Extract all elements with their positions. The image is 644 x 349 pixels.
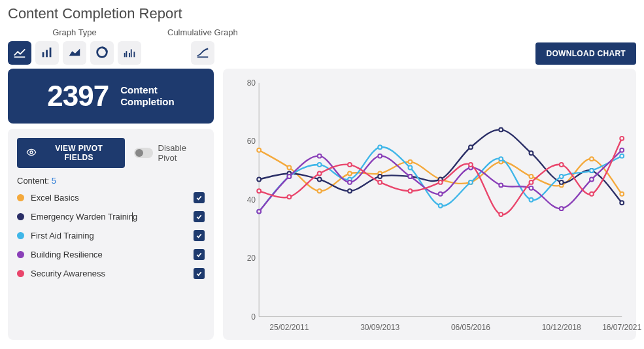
legend-checkbox[interactable] bbox=[194, 211, 205, 222]
svg-point-37 bbox=[620, 201, 624, 205]
y-tick-label: 0 bbox=[251, 312, 256, 322]
chart-line-button[interactable] bbox=[8, 41, 31, 65]
svg-point-73 bbox=[529, 180, 533, 184]
svg-point-9 bbox=[30, 151, 33, 154]
svg-point-49 bbox=[590, 169, 594, 173]
svg-point-64 bbox=[257, 189, 261, 193]
legend-label: Security Awareness bbox=[31, 269, 187, 278]
svg-point-54 bbox=[348, 180, 352, 184]
svg-point-42 bbox=[378, 145, 382, 149]
svg-point-67 bbox=[348, 163, 352, 167]
svg-point-28 bbox=[348, 189, 352, 193]
legend-list: Excel BasicsEmergency Warden TrainingFir… bbox=[17, 192, 205, 279]
cumulative-label: Culmulative Graph bbox=[167, 27, 238, 37]
line-chart bbox=[231, 76, 628, 335]
svg-point-56 bbox=[408, 174, 412, 178]
line-chart-icon bbox=[12, 45, 27, 61]
svg-point-57 bbox=[439, 192, 443, 196]
svg-point-59 bbox=[499, 183, 503, 187]
svg-point-34 bbox=[529, 151, 533, 155]
kpi-label-line1: Content bbox=[120, 84, 175, 96]
svg-point-23 bbox=[590, 157, 594, 161]
chart-area-button[interactable] bbox=[63, 41, 86, 65]
disable-pivot-toggle[interactable]: Disable Pivot bbox=[134, 143, 205, 163]
legend-label: Emergency Warden Training bbox=[31, 212, 187, 222]
legend-dot bbox=[17, 232, 24, 239]
legend-dot bbox=[17, 194, 24, 201]
svg-point-24 bbox=[620, 192, 624, 196]
legend-item: Building Resilience bbox=[17, 249, 205, 260]
legend-checkbox[interactable] bbox=[194, 268, 205, 279]
chart-grouped-bar-button[interactable] bbox=[118, 41, 141, 65]
svg-point-66 bbox=[318, 172, 322, 176]
cumulative-group: Culmulative Graph bbox=[167, 27, 238, 65]
svg-rect-1 bbox=[46, 50, 48, 57]
svg-rect-0 bbox=[42, 52, 44, 57]
svg-point-55 bbox=[378, 154, 382, 158]
svg-point-44 bbox=[439, 204, 443, 208]
svg-point-71 bbox=[469, 163, 473, 167]
area-chart-icon bbox=[67, 45, 82, 61]
svg-rect-2 bbox=[50, 47, 52, 57]
chart-bar-button[interactable] bbox=[35, 41, 59, 65]
main-row: 2397 Content Completion VIEW PIVOT FIELD… bbox=[8, 69, 636, 340]
y-tick-label: 40 bbox=[247, 195, 256, 205]
x-tick-label: 06/05/2016 bbox=[451, 323, 490, 332]
svg-point-50 bbox=[620, 154, 624, 158]
svg-point-47 bbox=[529, 198, 533, 202]
svg-rect-5 bbox=[126, 51, 127, 57]
download-chart-button[interactable]: DOWNLOAD CHART bbox=[535, 42, 636, 65]
bar-chart-icon bbox=[40, 45, 54, 61]
svg-point-62 bbox=[590, 177, 594, 181]
svg-point-68 bbox=[378, 180, 382, 184]
svg-rect-7 bbox=[131, 49, 132, 57]
legend-checkbox[interactable] bbox=[194, 249, 205, 260]
legend-label: Building Resilience bbox=[31, 250, 187, 259]
legend-dot bbox=[17, 213, 24, 220]
eye-icon bbox=[26, 147, 37, 159]
svg-rect-8 bbox=[133, 52, 135, 57]
page-title: Content Completion Report bbox=[8, 5, 636, 22]
legend-label: First Aid Training bbox=[31, 231, 187, 241]
x-tick-label: 16/07/2021 bbox=[602, 323, 641, 332]
svg-point-46 bbox=[499, 157, 503, 161]
view-pivot-label: VIEW PIVOT FIELDS bbox=[42, 144, 116, 162]
left-column: 2397 Content Completion VIEW PIVOT FIELD… bbox=[8, 69, 214, 340]
content-count: Content: 5 bbox=[17, 176, 205, 186]
graph-type-group: Graph Type bbox=[8, 27, 141, 65]
toggle-switch bbox=[134, 148, 152, 158]
chart-donut-button[interactable] bbox=[90, 41, 114, 65]
cumulative-chart-button[interactable] bbox=[191, 41, 214, 65]
donut-chart-icon bbox=[95, 45, 109, 61]
cumulative-line-icon bbox=[195, 45, 210, 61]
svg-point-75 bbox=[590, 192, 594, 196]
toolbar: Graph Type bbox=[8, 27, 636, 65]
x-tick-label: 10/12/2018 bbox=[542, 323, 581, 332]
svg-point-53 bbox=[318, 154, 322, 158]
svg-point-13 bbox=[287, 166, 291, 170]
legend-checkbox[interactable] bbox=[194, 230, 205, 241]
svg-point-33 bbox=[499, 127, 503, 131]
legend-item: Security Awareness bbox=[17, 268, 205, 279]
svg-point-70 bbox=[439, 180, 443, 184]
legend-dot bbox=[17, 270, 24, 277]
x-tick-label: 30/09/2013 bbox=[360, 323, 399, 332]
svg-point-63 bbox=[620, 148, 624, 152]
content-count-number: 5 bbox=[52, 176, 56, 186]
legend-label: Excel Basics bbox=[31, 193, 187, 203]
legend-item: Emergency Warden Training bbox=[17, 211, 205, 222]
legend-checkbox[interactable] bbox=[194, 192, 205, 203]
view-pivot-fields-button[interactable]: VIEW PIVOT FIELDS bbox=[17, 138, 125, 168]
svg-point-52 bbox=[287, 174, 291, 178]
legend-item: First Aid Training bbox=[17, 230, 205, 241]
svg-point-51 bbox=[257, 210, 261, 214]
chart-card: 02040608025/02/201130/09/201306/05/20161… bbox=[223, 69, 636, 340]
chart-area: 02040608025/02/201130/09/201306/05/20161… bbox=[231, 76, 628, 335]
svg-rect-4 bbox=[124, 52, 126, 56]
legend-item: Excel Basics bbox=[17, 192, 205, 203]
svg-point-65 bbox=[287, 195, 291, 199]
svg-point-61 bbox=[560, 207, 564, 210]
svg-point-29 bbox=[378, 174, 382, 178]
y-tick-label: 60 bbox=[247, 137, 256, 146]
svg-point-60 bbox=[529, 186, 533, 190]
